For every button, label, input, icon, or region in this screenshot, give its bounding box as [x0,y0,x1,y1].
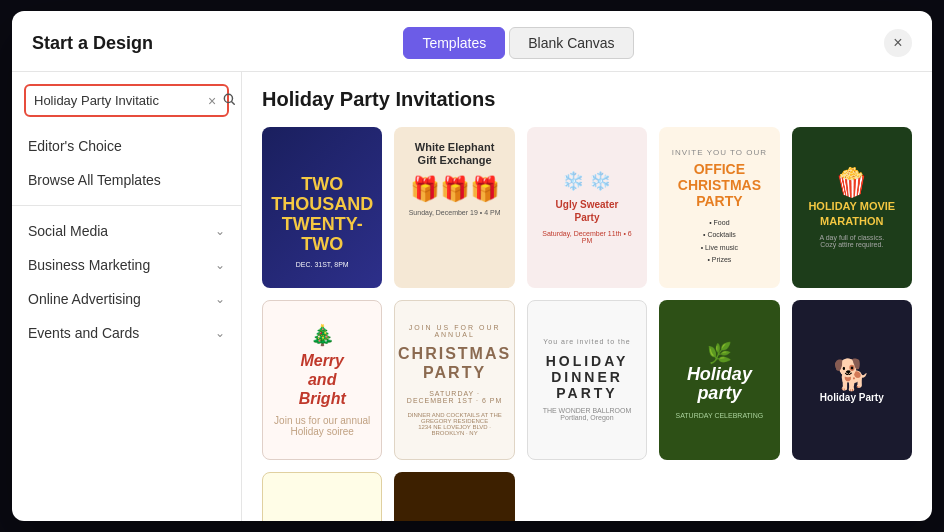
sidebar-divider [12,205,241,206]
sidebar-item-business-marketing[interactable]: Business Marketing ⌄ [12,248,241,282]
templates-grid: TWOTHOUSANDTWENTY-TWO DEC. 31ST, 8PM Whi… [262,127,912,521]
online-advertising-label: Online Advertising [28,291,141,307]
browse-all-label: Browse All Templates [28,172,161,188]
modal-body: × Editor's Choice Browse All Templates [12,72,932,521]
template-card[interactable]: 🎉 Holiday Party [262,472,382,521]
sidebar-item-browse-all[interactable]: Browse All Templates [12,163,241,197]
section-title: Holiday Party Invitations [262,88,912,111]
template-card[interactable]: White ElephantGift Exchange 🎁🎁🎁 Sunday, … [394,127,514,288]
chevron-icon: ⌄ [215,224,225,238]
header-tabs: Templates Blank Canvas [403,27,633,59]
template-card[interactable]: JOIN US FOR OUR ANNUAL CHRISTMASPARTY SA… [394,300,514,461]
search-box: × [24,84,229,117]
sidebar-item-events-and-cards[interactable]: Events and Cards ⌄ [12,316,241,350]
tab-blank-canvas[interactable]: Blank Canvas [509,27,633,59]
close-button[interactable]: × [884,29,912,57]
chevron-icon: ⌄ [215,258,225,272]
search-icon-button[interactable] [222,92,236,109]
sidebar-item-social-media[interactable]: Social Media ⌄ [12,214,241,248]
template-card[interactable]: 🍿 Holiday MovieMarathon A day full of cl… [792,127,912,288]
clear-search-button[interactable]: × [208,94,216,108]
chevron-icon: ⌄ [215,292,225,306]
tab-templates[interactable]: Templates [403,27,505,59]
social-media-label: Social Media [28,223,108,239]
template-card[interactable]: TWOTHOUSANDTWENTY-TWO DEC. 31ST, 8PM [262,127,382,288]
svg-line-1 [232,102,235,105]
search-icon [222,92,236,106]
chevron-icon: ⌄ [215,326,225,340]
template-card[interactable]: 🎬 Holiday Party [394,472,514,521]
template-card[interactable]: You are invited to the HOLIDAYDINNER PAR… [527,300,647,461]
business-marketing-label: Business Marketing [28,257,150,273]
search-input[interactable] [34,93,202,108]
modal-title: Start a Design [32,33,153,54]
modal-overlay: Start a Design Templates Blank Canvas × … [0,0,944,532]
sidebar-item-online-advertising[interactable]: Online Advertising ⌄ [12,282,241,316]
template-card[interactable]: INVITE YOU TO OUR OfficeChristmasParty •… [659,127,779,288]
template-card[interactable]: 🐕 Holiday Party [792,300,912,461]
editors-choice-label: Editor's Choice [28,138,122,154]
template-card[interactable]: 🌿 Holidayparty SATURDAY CELEBRATING [659,300,779,461]
start-design-modal: Start a Design Templates Blank Canvas × … [12,11,932,521]
events-and-cards-label: Events and Cards [28,325,139,341]
template-card[interactable]: ❄️ ❄️ Ugly SweaterParty Saturday, Decemb… [527,127,647,288]
modal-header: Start a Design Templates Blank Canvas × [12,11,932,72]
sidebar: × Editor's Choice Browse All Templates [12,72,242,521]
main-content: Holiday Party Invitations TWOTHOUSANDTWE… [242,72,932,521]
sidebar-item-editors-choice[interactable]: Editor's Choice [12,129,241,163]
template-card[interactable]: 🎄 MerryandBright Join us for our annualH… [262,300,382,461]
